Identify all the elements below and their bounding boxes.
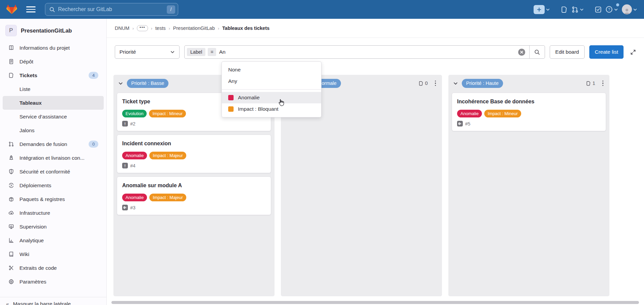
sidebar-item-issues-list[interactable]: Liste [3, 82, 104, 96]
sidebar-item-monitor[interactable]: Supervision [3, 220, 104, 234]
notification-dot [616, 3, 619, 6]
project-sidebar: P PresentationGitLab Informations du pro… [0, 19, 107, 305]
issue-title[interactable]: Anomalie sur module A [122, 183, 266, 189]
breadcrumb-current-page: Tableaux des tickets [222, 26, 269, 31]
todo-checkmark-icon [595, 6, 602, 13]
gitlab-logo-icon[interactable] [6, 4, 17, 15]
sidebar-item-milestones[interactable]: Jalons [3, 123, 104, 137]
new-item-button[interactable] [534, 4, 550, 15]
horizontal-scrollbar[interactable] [111, 301, 639, 304]
global-search-input[interactable] [58, 6, 167, 12]
filter-search-button[interactable] [529, 46, 545, 58]
board-filter-bar: Priorité Label = Edit board Create list [107, 38, 644, 66]
help-question-icon: ? [605, 6, 613, 13]
merge-request-icon [572, 6, 579, 13]
edit-board-button[interactable]: Edit board [550, 45, 585, 59]
breadcrumb-ellipsis-button[interactable]: ••• [137, 25, 148, 31]
sidebar-item-issues[interactable]: Tickets 4 [3, 68, 104, 82]
column-menu-kebab-icon[interactable] [434, 79, 437, 87]
collapse-sidebar-button[interactable]: « Masquer la barre latérale [0, 297, 106, 305]
dropdown-option-any[interactable]: Any [222, 75, 321, 87]
column-label-pill: Priorité : Haute [462, 79, 503, 88]
breadcrumb-project[interactable]: PresentationGitLab [173, 26, 215, 31]
sidebar-item-analytics[interactable]: Analytique [3, 234, 104, 247]
label-pill[interactable]: Impact : Majeur [149, 152, 186, 159]
label-pill[interactable]: Impact : Mineur [149, 110, 186, 117]
issue-title[interactable]: Incohérence Base de données [457, 99, 601, 105]
merge-requests-count-badge: 0 [89, 141, 98, 148]
label-pill[interactable]: Anomalie [122, 152, 147, 159]
column-menu-kebab-icon[interactable] [601, 79, 605, 87]
search-shortcut-key: / [167, 5, 175, 14]
sidebar-item-snippets[interactable]: Extraits de code [3, 261, 104, 275]
collapse-column-icon[interactable] [118, 81, 123, 86]
sidebar-item-infrastructure[interactable]: Infrastructure [3, 206, 104, 220]
column-issue-count: 0 [418, 81, 428, 86]
dropdown-option-impact-bloquant[interactable]: Impact : Bloquant [222, 103, 321, 115]
help-button[interactable]: ? [605, 4, 618, 15]
sidebar-item-wiki[interactable]: Wiki [3, 247, 104, 261]
avatar [622, 4, 632, 14]
shield-icon [8, 169, 14, 174]
filter-query-input[interactable] [219, 49, 518, 55]
merge-requests-button[interactable] [572, 4, 584, 15]
issue-reference: #2 [130, 121, 136, 126]
sidebar-item-deployments[interactable]: Déploiements [3, 179, 104, 192]
todos-button[interactable] [595, 4, 602, 15]
label-pill[interactable]: Impact : Majeur [149, 194, 186, 201]
breadcrumb-root[interactable]: DNUM [115, 26, 130, 31]
bar-chart-icon [8, 238, 14, 243]
sidebar-item-ci-cd[interactable]: Intégration et livraison con... [3, 151, 104, 165]
label-pill[interactable]: Anomalie [122, 194, 147, 201]
project-avatar: P [5, 25, 17, 36]
dropdown-option-none[interactable]: None [222, 64, 321, 75]
search-icon [534, 49, 540, 55]
hamburger-menu-icon[interactable] [26, 5, 36, 14]
label-color-swatch [228, 106, 234, 112]
sidebar-item-security[interactable]: Sécurité et conformité [3, 165, 104, 179]
issue-card[interactable]: Anomalie sur module A Anomalie Impact : … [117, 176, 271, 215]
column-label-pill: Priorité : Basse [127, 79, 168, 88]
sidebar-item-service-desk[interactable]: Service d’assistance [3, 110, 104, 123]
board-scope-dropdown[interactable]: Priorité [115, 45, 180, 59]
issue-title[interactable]: Incident connexion [122, 141, 266, 147]
package-icon [8, 196, 14, 202]
label-pill[interactable]: Evolution [122, 110, 147, 117]
label-pill[interactable]: Impact : Mineur [484, 110, 521, 117]
sidebar-item-issue-boards[interactable]: Tableaux [3, 96, 104, 110]
issue-type-icon [457, 121, 463, 126]
issues-count-badge: 4 [89, 72, 98, 79]
user-menu-button[interactable] [622, 4, 637, 15]
rocket-icon [8, 155, 14, 161]
filter-token-label[interactable]: Label [187, 48, 205, 56]
global-search[interactable]: / [45, 3, 178, 16]
issue-card[interactable]: Incident connexion Anomalie Impact : Maj… [117, 135, 271, 173]
scissors-icon [8, 265, 14, 271]
sidebar-item-merge-requests[interactable]: Demandes de fusion 0 [3, 137, 104, 151]
sidebar-item-packages[interactable]: Paquets & registres [3, 192, 104, 206]
filter-token-operator[interactable]: = [208, 48, 216, 56]
fullscreen-toggle-button[interactable] [630, 49, 636, 55]
issue-board: Priorité : Basse Ticket type Evolution I… [107, 66, 644, 296]
create-list-button[interactable]: Create list [589, 45, 624, 59]
label-color-swatch [228, 95, 234, 100]
expand-icon [630, 49, 636, 55]
project-header[interactable]: P PresentationGitLab [0, 19, 106, 41]
chevron-down-icon [170, 50, 175, 54]
collapse-column-icon[interactable] [453, 81, 458, 86]
issue-reference: #4 [130, 163, 136, 168]
sidebar-item-settings[interactable]: Paramètres [3, 275, 104, 289]
issues-icon [561, 6, 568, 13]
issues-button[interactable] [561, 4, 568, 15]
breadcrumb-group[interactable]: tests [155, 26, 166, 31]
filter-search-field[interactable]: Label = [184, 45, 545, 59]
label-pill[interactable]: Anomalie [457, 110, 482, 117]
book-icon [8, 45, 14, 51]
sidebar-item-project-information[interactable]: Informations du projet [3, 41, 104, 55]
board-column-priorite-haute: Priorité : Haute 1 Incohérence Base de d… [448, 75, 609, 296]
issue-card[interactable]: Incohérence Base de données Anomalie Imp… [452, 93, 606, 131]
clear-filter-icon[interactable] [518, 49, 525, 56]
chevron-down-icon [546, 7, 550, 12]
dropdown-option-anomalie[interactable]: Anomalie [222, 92, 321, 103]
sidebar-item-repository[interactable]: Dépôt [3, 55, 104, 68]
